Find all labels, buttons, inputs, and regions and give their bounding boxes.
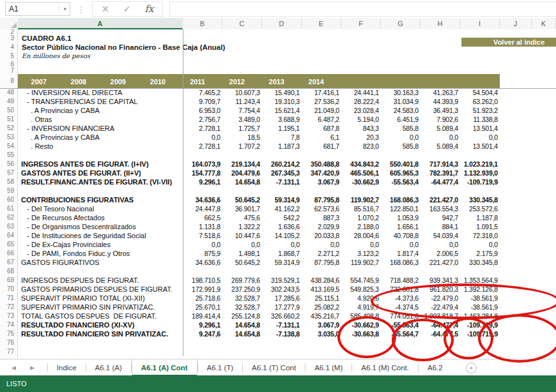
cell-2011-r50[interactable]: 23.028,4 xyxy=(341,106,379,115)
year-header-2007[interactable]: 2007 xyxy=(18,74,58,88)
cell-2013-r63[interactable]: 884,1 xyxy=(421,222,458,231)
cell-2012-r54[interactable]: 585,8 xyxy=(381,142,419,151)
cell-2014-r58[interactable]: -109.719,9 xyxy=(460,177,498,186)
cell-2009-r66[interactable]: 1.868,7 xyxy=(262,249,300,258)
cell-2009-r65[interactable]: 0,0 xyxy=(262,240,300,249)
cell-2010-r57[interactable]: 347.420,9 xyxy=(302,169,339,177)
cell-2010-r52[interactable]: 687,8 xyxy=(302,124,339,133)
cell-2014-r63[interactable]: 1.091,5 xyxy=(460,222,498,231)
cell-2008-r48[interactable]: 10.607,3 xyxy=(222,88,260,97)
cell-2014-r50[interactable]: 51.923,2 xyxy=(460,106,498,115)
formula-input[interactable] xyxy=(169,1,556,17)
cell-2014-r70[interactable]: 1.392.126,8 xyxy=(460,285,498,294)
cell-2013-r66[interactable]: 2.006,5 xyxy=(421,249,458,258)
sheet-tab-a6-1-t[interactable]: A6.1 (T) xyxy=(198,359,243,376)
cell-2010-r66[interactable]: 2.271,2 xyxy=(302,249,339,258)
cell-2012-r50[interactable]: 24.583,0 xyxy=(381,106,419,115)
cell-2009-r49[interactable]: 19.310,3 xyxy=(262,97,300,106)
column-header-I[interactable]: I xyxy=(460,18,500,29)
cell-2012-r58[interactable]: -55.563,4 xyxy=(381,177,419,186)
row-label[interactable]: - Del Tesoro Nacional xyxy=(21,204,181,213)
cell-2011-r66[interactable]: 3.123,2 xyxy=(341,249,379,258)
cell-2008-r63[interactable]: 1.322,2 xyxy=(222,222,260,231)
cell-2007-r50[interactable]: 6.953,0 xyxy=(183,106,220,115)
row-label[interactable]: . A Provincias y CABA xyxy=(21,133,181,142)
cell-2014-r49[interactable]: 63.262,0 xyxy=(460,97,498,106)
column-header-F[interactable]: F xyxy=(341,18,381,29)
cell-2011-r52[interactable]: 843,3 xyxy=(341,124,379,133)
cell-2012-r53[interactable]: 0,0 xyxy=(381,133,419,142)
cell-2014-r56[interactable]: 1.023.219,1 xyxy=(460,160,498,169)
cell-2009-r51[interactable]: 3.688,9 xyxy=(262,115,300,124)
cell-2008-r64[interactable]: 10.447,6 xyxy=(222,231,260,240)
row-label[interactable]: RESULTADO FINANCIERO (XI-XV) xyxy=(21,320,181,329)
row-label[interactable]: - De Recursos Afectados xyxy=(21,213,181,222)
cell-2014-r74[interactable]: -109.719,9 xyxy=(460,320,498,329)
row-header-8[interactable]: 8 xyxy=(0,74,14,88)
year-header-2012[interactable]: 2012 xyxy=(216,74,256,88)
cell-2009-r74[interactable]: -7.131,1 xyxy=(262,320,300,329)
cell-2010-r58[interactable]: 3.067,9 xyxy=(302,177,339,186)
cell-2009-r48[interactable]: 15.490,1 xyxy=(262,88,300,97)
column-header-H[interactable]: H xyxy=(421,18,460,29)
cell-2014-r65[interactable]: 0,0 xyxy=(460,240,498,249)
cell-2013-r56[interactable]: 717.914,3 xyxy=(421,160,458,169)
cell-2008-r57[interactable]: 204.479,6 xyxy=(222,169,260,177)
sheet-tab-a6-1-a-cont[interactable]: A6.1 (A) Cont xyxy=(132,359,197,376)
row-label[interactable]: - De Organismos Descentralizados xyxy=(21,222,181,231)
cell-2009-r61[interactable]: 41.162,2 xyxy=(262,204,300,213)
row-label[interactable]: GASTOS PRIMARIOS DESPUES DE FIGURAT. xyxy=(21,285,181,294)
name-box[interactable]: A1 ▾ xyxy=(5,2,70,16)
cell-2011-r49[interactable]: 28.222,4 xyxy=(341,97,379,106)
cell-2012-r64[interactable]: 40.708,8 xyxy=(381,231,419,240)
cell-2010-r71[interactable]: 25.115,1 xyxy=(302,294,339,303)
cell-2011-r75[interactable]: -30.663,8 xyxy=(341,329,379,338)
cell-2008-r52[interactable]: 1.725,7 xyxy=(222,124,260,133)
sheet-tab-a6-1-a[interactable]: A6.1 (A) xyxy=(86,359,131,376)
cell-2010-r60[interactable]: 87.795,8 xyxy=(302,195,339,204)
cell-2012-r72[interactable]: -4.374,5 xyxy=(381,303,419,312)
cell-2007-r54[interactable]: 2.728,1 xyxy=(183,142,220,151)
cell-2011-r71[interactable]: 4.920,6 xyxy=(341,294,379,303)
year-header-2008[interactable]: 2008 xyxy=(58,74,97,88)
cell-2007-r70[interactable]: 172.991,9 xyxy=(183,285,220,294)
cell-2009-r60[interactable]: 59.314,9 xyxy=(262,195,300,204)
cell-2010-r53[interactable]: 6,1 xyxy=(302,133,339,142)
volver-al-indice-button[interactable]: Volver al indice xyxy=(461,38,556,47)
cell-2008-r69[interactable]: 269.779,6 xyxy=(222,276,260,285)
tab-scroll-right-icon[interactable]: ▶ xyxy=(30,365,35,371)
cell-2012-r69[interactable]: 718.488,2 xyxy=(381,276,419,285)
cell-2010-r65[interactable]: 0,0 xyxy=(302,240,339,249)
cell-2010-r67[interactable]: 87.795,8 xyxy=(302,258,339,267)
column-header-B[interactable]: B xyxy=(183,18,222,29)
cell-2010-r48[interactable]: 17.416,1 xyxy=(302,88,339,97)
cell-2007-r75[interactable]: 9.247,6 xyxy=(183,329,220,338)
cell-2013-r65[interactable]: 0,0 xyxy=(421,240,458,249)
sheet-tab-a6-1-m[interactable]: A6.1 (M) xyxy=(305,359,351,376)
cell-2007-r53[interactable]: 0,0 xyxy=(183,133,220,142)
cell-2009-r63[interactable]: 1.636,6 xyxy=(262,222,300,231)
cell-2014-r53[interactable]: 0,0 xyxy=(460,133,498,142)
cell-2009-r54[interactable]: 1.187,3 xyxy=(262,142,300,151)
cell-2013-r60[interactable]: 221.427,0 xyxy=(421,195,458,204)
cell-2010-r56[interactable]: 350.488,8 xyxy=(302,160,339,169)
add-sheet-icon[interactable]: + xyxy=(466,363,477,373)
cell-2011-r51[interactable]: 5.194,0 xyxy=(341,115,379,124)
cell-2011-r74[interactable]: -30.662,9 xyxy=(341,320,379,329)
cell-2010-r49[interactable]: 27.536,2 xyxy=(302,97,339,106)
cell-2011-r57[interactable]: 465.506,1 xyxy=(341,169,379,177)
row-label[interactable]: INGRESOS DESPUES DE FIGURAT. xyxy=(21,276,181,285)
cell-2013-r70[interactable]: 961.820,3 xyxy=(421,285,458,294)
cell-2011-r69[interactable]: 554.745,9 xyxy=(341,276,379,285)
cell-2010-r73[interactable]: 435.216,7 xyxy=(302,312,339,320)
cell-2007-r56[interactable]: 164.073,9 xyxy=(183,160,220,169)
row-label[interactable]: - INVERSION REAL DIRECTA xyxy=(21,88,181,97)
cell-2013-r52[interactable]: 5.089,4 xyxy=(421,124,458,133)
row-header-6[interactable]: 6 xyxy=(0,61,14,68)
cell-2010-r63[interactable]: 2.029,9 xyxy=(302,222,339,231)
sheet-tab-a6-1-m-cont[interactable]: A6.1 (M) Cont. xyxy=(352,359,418,376)
cell-2010-r51[interactable]: 6.487,2 xyxy=(302,115,339,124)
row-label[interactable]: - De PAMI, Fondos Fiduc.y Otros xyxy=(21,249,181,258)
cell-2007-r49[interactable]: 9.709,7 xyxy=(183,97,220,106)
cell-2014-r57[interactable]: 1.132.939,0 xyxy=(460,169,498,177)
